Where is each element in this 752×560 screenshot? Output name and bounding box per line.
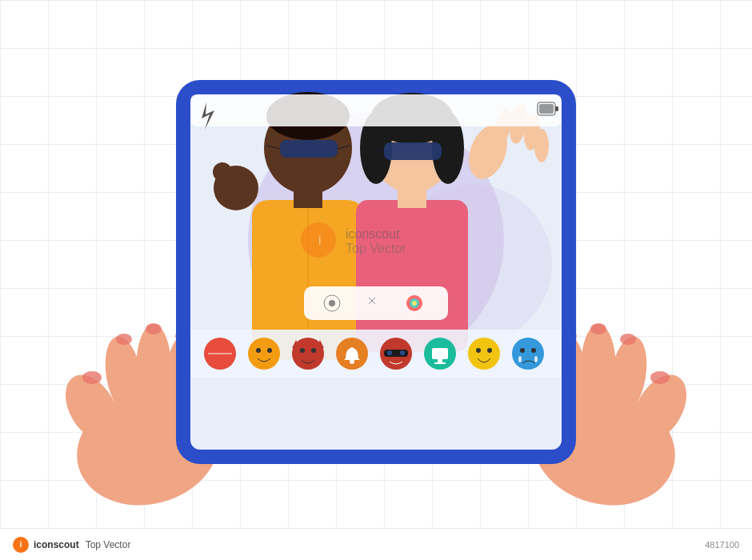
svg-rect-79 xyxy=(438,359,442,362)
svg-rect-93 xyxy=(539,104,554,114)
svg-point-75 xyxy=(387,350,392,355)
svg-point-63 xyxy=(248,338,280,370)
svg-rect-52 xyxy=(304,286,448,320)
svg-point-8 xyxy=(146,323,162,334)
svg-point-76 xyxy=(400,350,405,355)
svg-point-82 xyxy=(476,348,481,353)
svg-point-19 xyxy=(590,323,606,334)
svg-rect-37 xyxy=(356,200,468,352)
svg-point-7 xyxy=(116,334,132,345)
svg-point-14 xyxy=(581,324,616,412)
svg-point-68 xyxy=(311,348,316,353)
svg-rect-89 xyxy=(190,94,562,126)
bottom-left-section: i iconscout Top Vector xyxy=(13,537,130,553)
svg-text:Top Vector: Top Vector xyxy=(346,242,406,255)
bottom-bar: i iconscout Top Vector 4817100 xyxy=(0,528,752,560)
svg-point-18 xyxy=(620,334,636,345)
svg-point-87 xyxy=(518,356,522,362)
svg-point-88 xyxy=(534,356,538,362)
svg-point-54 xyxy=(329,300,335,306)
svg-rect-33 xyxy=(280,140,338,158)
svg-point-67 xyxy=(300,348,305,353)
asset-id: 4817100 xyxy=(705,540,739,550)
svg-rect-80 xyxy=(434,362,446,364)
svg-rect-46 xyxy=(384,142,442,160)
svg-point-72 xyxy=(350,359,354,364)
svg-point-6 xyxy=(82,371,102,384)
main-illustration: i iconscout Top Vector xyxy=(0,0,752,560)
svg-point-85 xyxy=(520,348,525,353)
top-vector-label: Top Vector xyxy=(86,539,131,550)
logo-icon: i xyxy=(13,537,29,553)
bottom-right-section: 4817100 xyxy=(705,540,739,550)
svg-point-83 xyxy=(487,348,492,353)
svg-text:i: i xyxy=(318,234,322,247)
watermark: i iconscout Top Vector xyxy=(301,222,406,258)
svg-point-81 xyxy=(468,338,500,370)
svg-point-35 xyxy=(213,162,232,182)
svg-point-17 xyxy=(650,371,670,384)
svg-point-3 xyxy=(136,324,171,412)
svg-point-51 xyxy=(534,129,549,162)
svg-rect-78 xyxy=(432,348,448,359)
svg-point-59 xyxy=(412,301,417,306)
svg-point-65 xyxy=(267,348,272,353)
iconscout-logo: i iconscout xyxy=(13,537,79,553)
svg-rect-92 xyxy=(555,106,558,111)
svg-point-64 xyxy=(256,348,261,353)
svg-text:iconscout: iconscout xyxy=(346,227,400,241)
logo-text: iconscout xyxy=(34,539,79,550)
svg-point-84 xyxy=(512,338,544,370)
svg-point-86 xyxy=(531,348,536,353)
svg-rect-60 xyxy=(190,330,562,378)
